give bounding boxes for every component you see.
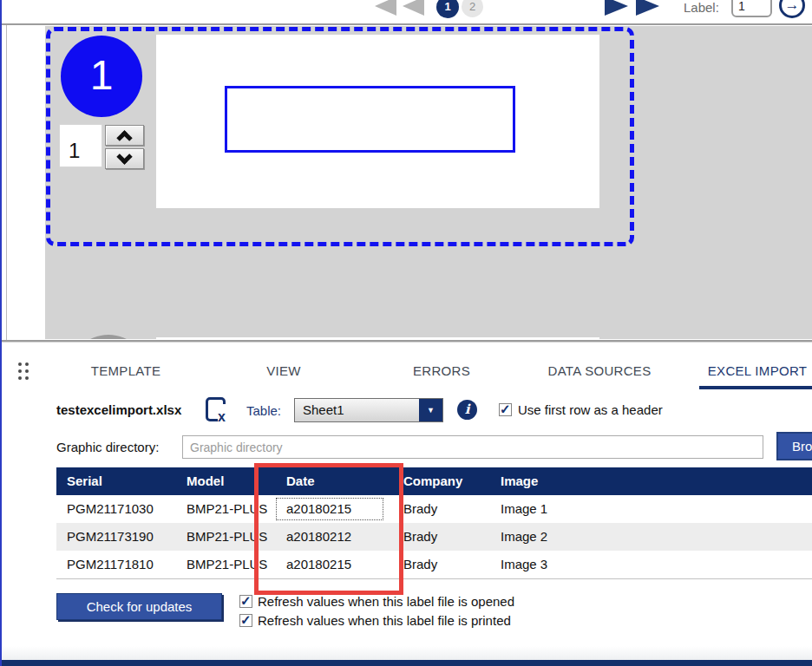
label-preview-canvas: 1 1	[0, 23, 812, 342]
table-cell[interactable]: Brady	[393, 495, 490, 523]
tab-template[interactable]: TEMPLATE	[48, 357, 204, 385]
label-number-caption: Label:	[684, 0, 719, 15]
check-icon: ✓	[240, 593, 252, 609]
previous-label-icon[interactable]	[403, 0, 424, 16]
table-cell[interactable]: Image 2	[490, 523, 812, 551]
table-cell[interactable]: PGM21171030	[56, 495, 176, 523]
page-indicator-2[interactable]: 2	[462, 0, 483, 17]
window-edge	[0, 0, 2, 666]
panel-bottom-band	[0, 646, 812, 660]
grid-header-row: Serial Model Date Company Image	[56, 467, 812, 495]
table-row: PGM21171810 BMP21-PLUS a20180215 Brady I…	[56, 551, 812, 578]
page-indicator-1[interactable]: 1	[436, 0, 459, 18]
tab-view[interactable]: VIEW	[206, 357, 362, 385]
excel-file-icon[interactable]: x	[206, 397, 226, 421]
check-icon: ✓	[240, 612, 252, 628]
arrow-right-icon: →	[785, 0, 800, 13]
column-header-image[interactable]: Image	[490, 467, 812, 495]
check-icon: ✓	[500, 402, 511, 417]
refresh-on-print-checkbox[interactable]: ✓	[239, 614, 252, 627]
window-bottom-bar	[0, 660, 812, 666]
textbox-object[interactable]	[225, 86, 515, 153]
refresh-on-open-label: Refresh values when this label file is o…	[258, 594, 514, 609]
label-number-input[interactable]	[731, 0, 772, 17]
zone-number-badge[interactable]: 1	[61, 36, 142, 117]
copies-decrement-button[interactable]	[105, 148, 144, 169]
table-cell[interactable]: PGM21171810	[56, 551, 176, 578]
use-first-row-label: Use first row as a header	[518, 402, 663, 417]
tab-excel-import[interactable]: EXCEL IMPORT	[679, 357, 812, 385]
canvas-left-border	[6, 25, 7, 340]
next-label-area-peek	[156, 337, 599, 339]
chevron-down-icon: ▼	[427, 406, 435, 415]
table-cell[interactable]: PGM21173190	[56, 523, 176, 551]
use-first-row-checkbox[interactable]: ✓	[499, 403, 512, 416]
column-header-company[interactable]: Company	[393, 467, 490, 495]
last-label-icon[interactable]	[636, 0, 659, 16]
go-to-label-button[interactable]: →	[779, 0, 805, 18]
next-label-icon[interactable]	[605, 0, 628, 16]
excel-data-grid: Serial Model Date Company Image PGM21171…	[56, 467, 812, 579]
chevron-down-icon	[116, 148, 132, 164]
panel-grip-handle[interactable]	[18, 362, 29, 380]
highlight-annotation-rectangle	[254, 463, 403, 595]
table-cell[interactable]: Image 3	[490, 551, 812, 578]
table-row: PGM21171030 BMP21-PLUS a20180215 Brady I…	[56, 495, 812, 523]
dropdown-button[interactable]: ▼	[419, 399, 442, 421]
copies-value[interactable]: 1	[59, 124, 102, 167]
refresh-on-print-label: Refresh values when this label file is p…	[258, 613, 511, 628]
tab-data-sources[interactable]: DATA SOURCES	[521, 357, 678, 385]
table-row: PGM21173190 BMP21-PLUS a20180212 Brady I…	[56, 523, 812, 551]
label-tape: 1 1	[45, 26, 812, 339]
graphic-directory-caption: Graphic directory:	[56, 440, 159, 454]
label-print-area[interactable]	[156, 35, 599, 208]
chevron-up-icon	[116, 130, 132, 146]
info-icon[interactable]: i	[457, 400, 477, 420]
browse-button[interactable]: Browse	[776, 432, 812, 460]
tab-errors[interactable]: ERRORS	[363, 357, 520, 385]
check-for-updates-button[interactable]: Check for updates	[56, 593, 222, 620]
sheet-selected-value: Sheet1	[303, 402, 344, 417]
table-cell[interactable]: Brady	[393, 523, 490, 551]
table-cell[interactable]: Brady	[393, 551, 490, 578]
next-label-zone-peek	[69, 335, 148, 339]
page-navigation-toolbar: 1 2 Label: →	[0, 0, 812, 23]
refresh-on-open-checkbox[interactable]: ✓	[239, 595, 252, 608]
copies-increment-button[interactable]	[105, 125, 144, 146]
previous-label-icon[interactable]	[375, 0, 396, 16]
graphic-directory-input[interactable]	[182, 435, 763, 459]
table-cell[interactable]: Image 1	[490, 495, 812, 523]
sheet-select-dropdown[interactable]: Sheet1 ▼	[294, 398, 443, 422]
excel-x-glyph: x	[218, 411, 226, 423]
panel-tabstrip: TEMPLATE VIEW ERRORS DATA SOURCES EXCEL …	[0, 342, 812, 390]
column-header-serial[interactable]: Serial	[56, 467, 176, 495]
app-window: 1 2 Label: → 1 1 TEMPLATE VIEW ERRORS	[0, 0, 812, 666]
excel-import-panel: testexcelimport.xlsx x Table: Sheet1 ▼ i…	[0, 390, 812, 660]
excel-filename: testexcelimport.xlsx	[56, 402, 181, 417]
table-caption: Table:	[246, 403, 281, 418]
active-tab-underline	[699, 386, 812, 389]
